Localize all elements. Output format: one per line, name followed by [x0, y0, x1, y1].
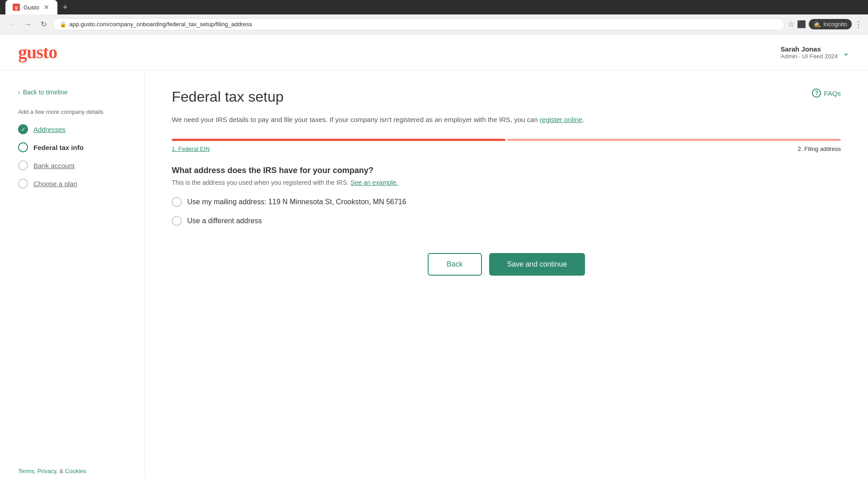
radio-mailing-circle: [172, 197, 182, 207]
menu-icon[interactable]: ⋮: [854, 19, 863, 29]
address-bar[interactable]: 🔒 app.gusto.com/company_onboarding/feder…: [53, 18, 784, 30]
back-arrow-icon: ‹: [18, 89, 20, 96]
description: We need your IRS details to pay and file…: [172, 114, 624, 125]
form-hint: This is the address you used when you re…: [172, 179, 624, 186]
back-button[interactable]: Back: [428, 253, 482, 276]
faqs-label: FAQs: [824, 89, 841, 97]
reload-nav-button[interactable]: ↻: [38, 18, 49, 30]
radio-mailing-label: Use my mailing address: 119 N Minnesota …: [187, 198, 406, 206]
sidebar-item-federal-tax-info[interactable]: Federal tax info: [18, 142, 126, 152]
sidebar-item-addresses[interactable]: ✓ Addresses: [18, 124, 126, 134]
nav-actions: ☆ ⬛ 🕵️ Incognito ⋮: [788, 19, 863, 29]
description-text-1: We need your IRS details to pay and file…: [172, 116, 538, 123]
radio-option-different[interactable]: Use a different address: [172, 216, 624, 226]
choose-plan-step-label: Choose a plan: [33, 180, 77, 188]
back-to-timeline-label: Back to timeline: [23, 89, 68, 96]
faqs-icon: ?: [812, 89, 821, 98]
federal-tax-info-step-icon: [18, 142, 28, 152]
progress-segment-2: [507, 139, 841, 141]
federal-tax-info-step-label: Federal tax info: [33, 144, 84, 151]
radio-different-circle: [172, 216, 182, 226]
user-info: Sarah Jonas Admin · UI Feed 2024 ⌄: [781, 45, 850, 60]
progress-section: 1. Federal EIN 2. Filing address: [172, 139, 841, 152]
radio-option-mailing[interactable]: Use my mailing address: 119 N Minnesota …: [172, 197, 624, 207]
tab-close-button[interactable]: ✕: [43, 4, 50, 11]
page-title-row: Federal tax setup ? FAQs: [172, 89, 841, 105]
active-tab[interactable]: g Gusto ✕: [5, 0, 57, 14]
bank-account-step-label: Bank account: [33, 162, 75, 169]
forward-nav-button[interactable]: →: [22, 19, 34, 30]
user-name: Sarah Jonas: [781, 45, 838, 53]
gusto-logo[interactable]: gusto: [18, 42, 57, 63]
new-tab-button[interactable]: +: [59, 1, 71, 14]
incognito-label: Incognito: [823, 21, 847, 28]
page-header: gusto Sarah Jonas Admin · UI Feed 2024 ⌄: [0, 34, 868, 70]
progress-labels: 1. Federal EIN 2. Filing address: [172, 145, 841, 152]
user-details: Sarah Jonas Admin · UI Feed 2024: [781, 45, 838, 60]
browser-nav: ← → ↻ 🔒 app.gusto.com/company_onboarding…: [0, 14, 868, 34]
sidebar-item-choose-plan[interactable]: Choose a plan: [18, 178, 126, 188]
addresses-step-icon: ✓: [18, 124, 28, 134]
user-role: Admin · UI Feed 2024: [781, 53, 838, 60]
bank-account-step-icon: [18, 160, 28, 170]
sidebar-footer: Terms, Privacy, & Cookies: [18, 468, 86, 474]
radio-different-label: Use a different address: [187, 217, 262, 225]
tab-title: Gusto: [24, 4, 39, 11]
privacy-link[interactable]: Privacy: [38, 468, 57, 474]
progress-label-1[interactable]: 1. Federal EIN: [172, 145, 210, 152]
bookmark-icon[interactable]: ☆: [788, 20, 794, 28]
separator1: ,: [34, 468, 36, 474]
sidebar-item-bank-account[interactable]: Bank account: [18, 160, 126, 170]
main-content: Federal tax setup ? FAQs We need your IR…: [145, 70, 868, 477]
incognito-badge: 🕵️ Incognito: [809, 19, 852, 29]
lock-icon: 🔒: [60, 21, 66, 28]
tab-favicon: g: [13, 4, 20, 11]
url-text: app.gusto.com/company_onboarding/federal…: [69, 21, 252, 28]
separator2: , &: [56, 468, 63, 474]
back-nav-button[interactable]: ←: [5, 19, 18, 30]
user-menu-chevron[interactable]: ⌄: [842, 47, 850, 58]
terms-link[interactable]: Terms: [18, 468, 34, 474]
cookies-link[interactable]: Cookies: [65, 468, 86, 474]
see-example-link[interactable]: See an example.: [350, 179, 398, 186]
tab-bar: g Gusto ✕ +: [0, 0, 868, 14]
progress-segment-1: [172, 139, 505, 141]
description-period: .: [582, 116, 584, 123]
incognito-icon: 🕵️: [813, 21, 821, 28]
back-to-timeline-link[interactable]: ‹ Back to timeline: [18, 89, 126, 96]
choose-plan-step-icon: [18, 178, 28, 188]
cast-icon[interactable]: ⬛: [797, 20, 806, 28]
form-hint-text: This is the address you used when you re…: [172, 179, 349, 186]
progress-bar: [172, 139, 841, 141]
addresses-step-label: Addresses: [33, 126, 66, 133]
browser-chrome: g Gusto ✕ + ← → ↻ 🔒 app.gusto.com/compan…: [0, 0, 868, 34]
sidebar-steps: ✓ Addresses Federal tax info Bank accoun…: [18, 124, 126, 188]
register-online-link[interactable]: register online: [540, 116, 582, 123]
sidebar-subtitle: Add a few more company details: [18, 108, 126, 115]
faqs-link[interactable]: ? FAQs: [812, 89, 841, 98]
page-title: Federal tax setup: [172, 89, 283, 105]
sidebar: ‹ Back to timeline Add a few more compan…: [0, 70, 145, 477]
form-section: What address does the IRS have for your …: [172, 166, 624, 226]
save-continue-button[interactable]: Save and continue: [489, 253, 585, 276]
form-question: What address does the IRS have for your …: [172, 166, 624, 175]
button-row: Back Save and continue: [172, 253, 841, 276]
progress-label-2: 2. Filing address: [798, 145, 841, 152]
page-body: ‹ Back to timeline Add a few more compan…: [0, 70, 868, 477]
